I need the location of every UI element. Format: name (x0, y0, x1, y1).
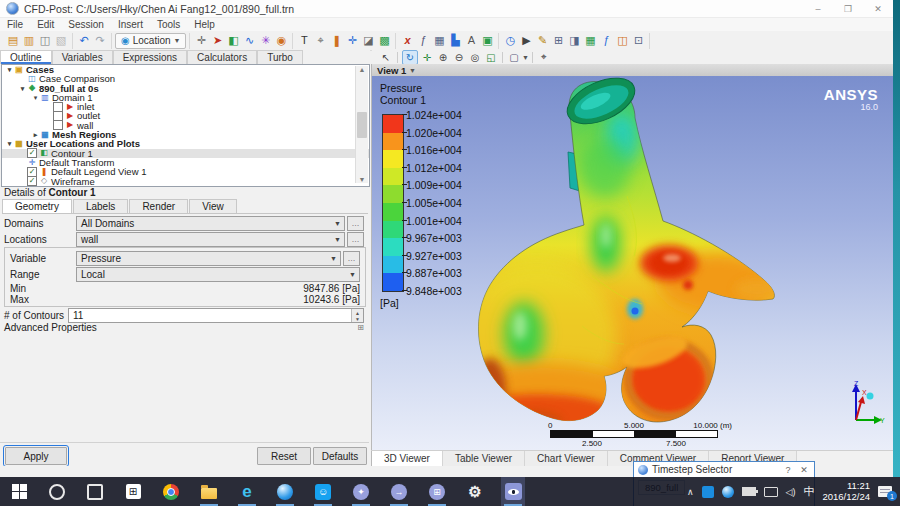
defaults-button[interactable]: Defaults (313, 447, 367, 465)
details-tab-render[interactable]: Render (129, 199, 188, 213)
tray-chevron-icon[interactable]: ∧ (687, 487, 694, 497)
tree-item-inlet[interactable]: ▶inlet (2, 102, 369, 111)
viewport-layout-icon[interactable]: ▢ (507, 51, 521, 64)
range-dropdown[interactable]: Local▼ (76, 267, 360, 282)
cfd-post-icon[interactable] (501, 477, 525, 506)
details-tab-geometry[interactable]: Geometry (2, 199, 72, 213)
battery-icon[interactable] (742, 487, 756, 496)
zoom-out-icon[interactable]: ⊖ (452, 51, 466, 64)
menu-session[interactable]: Session (61, 19, 111, 30)
domains-browse-button[interactable]: … (347, 216, 364, 231)
rotate-icon[interactable]: ↻ (402, 50, 418, 65)
contours-input[interactable]: 11 ▲▼ (68, 308, 364, 323)
qq-messenger-icon[interactable]: ☺ (311, 477, 335, 506)
tab-outline[interactable]: Outline (0, 50, 52, 64)
viewport-3d[interactable]: Pressure Contour 1 [Pa] 1.024e+0041.020e… (372, 76, 894, 450)
save-picture-icon[interactable]: ◫ (37, 33, 53, 48)
quick-editor-icon[interactable]: ✎ (534, 33, 550, 48)
qq-ball-icon[interactable] (273, 477, 297, 506)
help-button[interactable]: ? (782, 465, 794, 475)
select-icon[interactable]: ↖ (379, 51, 393, 64)
file-explorer-icon[interactable] (197, 477, 221, 506)
clock[interactable]: 11:212016/12/24 (822, 481, 870, 502)
variable-browse-button[interactable]: … (343, 251, 360, 266)
tree-item-wireframe[interactable]: ✓◇Wireframe (2, 177, 369, 186)
new-expression-icon[interactable]: x (399, 33, 415, 48)
insert-contour-icon[interactable]: ◧ (225, 33, 241, 48)
tree-scrollbar[interactable]: ▲ ▼ (355, 66, 368, 183)
probe-icon[interactable]: ⌖ (537, 51, 551, 64)
new-view-icon[interactable]: ⊡ (630, 33, 646, 48)
tree-checkbox[interactable]: ✓ (27, 148, 37, 158)
calculator-icon[interactable]: ⊞ (550, 33, 566, 48)
spinner-arrows[interactable]: ▲▼ (351, 309, 363, 322)
viewer-tab-table-viewer[interactable]: Table Viewer (443, 451, 525, 467)
reset-button[interactable]: Reset (257, 447, 311, 465)
tab-expressions[interactable]: Expressions (113, 50, 187, 64)
purple-app-1-icon[interactable]: ✦ (349, 477, 373, 506)
tray-qq-icon[interactable] (702, 486, 714, 498)
tree-item-outlet[interactable]: ▶outlet (2, 111, 369, 120)
new-comment-icon[interactable]: A (463, 33, 479, 48)
insert-clip-plane-icon[interactable]: ◪ (360, 33, 376, 48)
edge-icon[interactable]: e (235, 477, 259, 506)
scroll-down-icon[interactable]: ▼ (359, 176, 366, 183)
advanced-properties[interactable]: Advanced Properties ⊞ (4, 322, 364, 333)
tray-ball-icon[interactable] (722, 486, 734, 498)
purple-app-3-icon[interactable]: ⊞ (425, 477, 449, 506)
close-button[interactable]: ✕ (863, 0, 893, 17)
tab-calculators[interactable]: Calculators (187, 50, 257, 64)
animation-icon[interactable]: ▶ (518, 33, 534, 48)
case-comparison-icon[interactable]: ◫ (614, 33, 630, 48)
new-variable-icon[interactable]: ƒ (415, 33, 431, 48)
mesh-calculator-icon[interactable]: ▦ (582, 33, 598, 48)
insert-instance-transform-icon[interactable]: ✛ (344, 33, 360, 48)
locations-browse-button[interactable]: … (347, 232, 364, 247)
tree-expander-icon[interactable]: ▾ (5, 65, 14, 74)
details-tab-labels[interactable]: Labels (73, 199, 128, 213)
insert-coord-frame-icon[interactable]: ⌖ (312, 33, 328, 48)
insert-text-icon[interactable]: T (296, 33, 312, 48)
task-view-button[interactable] (83, 477, 107, 506)
details-tab-view[interactable]: View (189, 199, 237, 213)
insert-color-map-icon[interactable]: ▩ (376, 33, 392, 48)
redo-icon[interactable]: ↷ (92, 33, 108, 48)
fit-view-icon[interactable]: ◱ (484, 51, 498, 64)
variable-dropdown[interactable]: Pressure▼ (76, 251, 341, 266)
network-icon[interactable] (764, 487, 778, 497)
zoom-in-icon[interactable]: ⊕ (436, 51, 450, 64)
maximize-button[interactable]: ❐ (833, 0, 863, 17)
store-icon[interactable]: ⊞ (121, 477, 145, 506)
tree-expander-icon[interactable]: ▾ (5, 139, 14, 148)
menu-tools[interactable]: Tools (150, 19, 187, 30)
settings-gear-icon[interactable]: ⚙ (463, 477, 487, 506)
scroll-up-icon[interactable]: ▲ (359, 66, 366, 73)
undo-icon[interactable]: ↶ (76, 33, 92, 48)
insert-volume-icon[interactable]: ◉ (273, 33, 289, 48)
save-state-icon[interactable]: ▥ (21, 33, 37, 48)
insert-vector-icon[interactable]: ➤ (209, 33, 225, 48)
scroll-thumb[interactable] (357, 112, 367, 138)
viewer-tab-chart-viewer[interactable]: Chart Viewer (525, 451, 608, 467)
apply-button[interactable]: Apply (5, 447, 67, 465)
new-chart-icon[interactable]: ▙ (447, 33, 463, 48)
tree-expander-icon[interactable]: ▾ (18, 84, 27, 93)
menu-file[interactable]: File (0, 19, 30, 30)
menu-edit[interactable]: Edit (30, 19, 61, 30)
tree-checkbox[interactable]: ✓ (27, 176, 37, 186)
insert-particle-track-icon[interactable]: ✳ (257, 33, 273, 48)
menu-help[interactable]: Help (187, 19, 222, 30)
purple-app-2-icon[interactable]: → (387, 477, 411, 506)
insert-streamline-icon[interactable]: ∿ (241, 33, 257, 48)
pan-icon[interactable]: ✛ (420, 51, 434, 64)
search-button[interactable] (45, 477, 69, 506)
popup-close-button[interactable]: ✕ (798, 465, 810, 475)
new-figure-icon[interactable]: ▣ (479, 33, 495, 48)
load-results-icon[interactable]: ▤ (5, 33, 21, 48)
insert-legend-icon[interactable]: ❚ (328, 33, 344, 48)
location-dropdown[interactable]: ◉Location▼ (115, 33, 186, 49)
speaker-icon[interactable]: ◁) (786, 487, 796, 497)
viewer-tab-3d-viewer[interactable]: 3D Viewer (371, 451, 443, 467)
notification-icon[interactable]: 1 (878, 486, 892, 497)
insert-point-icon[interactable]: ✛ (193, 33, 209, 48)
